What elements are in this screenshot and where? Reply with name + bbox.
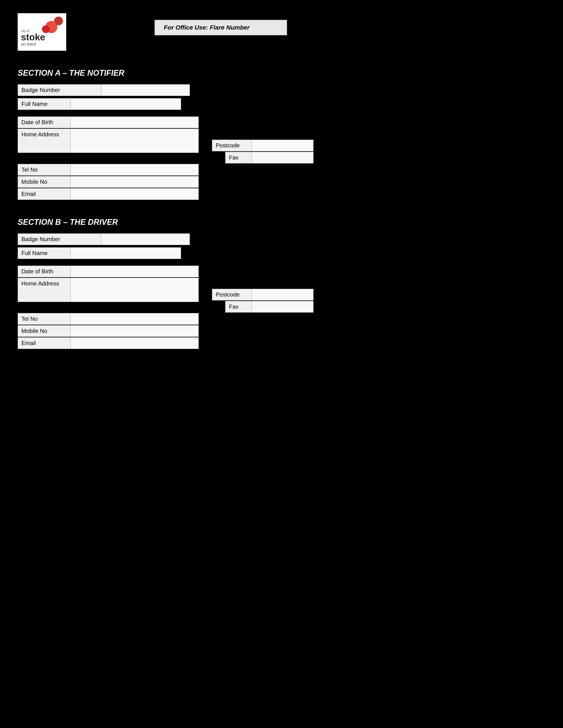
postcode-label-b: Postcode bbox=[212, 289, 252, 300]
badge-number-label-b: Badge Number bbox=[18, 233, 102, 245]
fax-label-a: Fax bbox=[225, 152, 252, 163]
postcode-label-a: Postcode bbox=[212, 140, 252, 151]
mobile-row-a: Mobile No bbox=[18, 176, 545, 188]
tel-label-a: Tel No bbox=[18, 164, 71, 176]
postcode-row-a: Postcode bbox=[212, 140, 314, 151]
tel-label-b: Tel No bbox=[18, 313, 71, 325]
email-row-a: Email bbox=[18, 188, 545, 200]
page: city of stoke on trent For Office Use: F… bbox=[0, 0, 563, 728]
postcode-fax-a: Postcode Fax bbox=[212, 140, 314, 163]
fax-label-b: Fax bbox=[225, 301, 252, 313]
email-label-b: Email bbox=[18, 337, 71, 349]
full-name-label-a: Full Name bbox=[18, 98, 71, 110]
mobile-label-b: Mobile No bbox=[18, 325, 71, 337]
badge-number-input-a[interactable] bbox=[102, 84, 190, 96]
postcode-fax-b: Postcode Fax bbox=[212, 289, 314, 313]
dob-input-a[interactable] bbox=[71, 116, 199, 128]
section-b-title: SECTION B – THE DRIVER bbox=[18, 218, 545, 227]
logo-box: city of stoke on trent bbox=[18, 13, 66, 51]
home-address-label-a: Home Address bbox=[18, 129, 71, 153]
postcode-input-b[interactable] bbox=[252, 289, 314, 300]
fax-row-b: Fax bbox=[212, 301, 314, 313]
full-name-row-b: Full Name bbox=[18, 247, 545, 259]
postcode-row-b: Postcode bbox=[212, 289, 314, 300]
address-section-b: Home Address Postcode Fax bbox=[18, 278, 545, 313]
section-a-title: SECTION A – THE NOTIFIER bbox=[18, 68, 545, 78]
header: city of stoke on trent For Office Use: F… bbox=[18, 13, 545, 51]
dob-label-a: Date of Birth bbox=[18, 116, 71, 128]
email-input-b[interactable] bbox=[71, 337, 199, 349]
dob-label-b: Date of Birth bbox=[18, 266, 71, 277]
badge-number-input-b[interactable] bbox=[102, 233, 190, 245]
full-name-input-a[interactable] bbox=[71, 98, 181, 110]
tel-input-b[interactable] bbox=[71, 313, 199, 325]
tel-row-a: Tel No bbox=[18, 164, 545, 176]
dob-row-b: Date of Birth bbox=[18, 266, 545, 277]
mobile-input-a[interactable] bbox=[71, 176, 199, 188]
address-fields-a: Home Address bbox=[18, 129, 199, 153]
fax-row-a: Fax bbox=[212, 152, 314, 163]
home-address-label-b: Home Address bbox=[18, 278, 71, 302]
tel-row-b: Tel No bbox=[18, 313, 545, 325]
section-a: SECTION A – THE NOTIFIER Badge Number Fu… bbox=[18, 68, 545, 200]
email-label-a: Email bbox=[18, 188, 71, 200]
office-use-box: For Office Use: Flare Number bbox=[154, 20, 287, 35]
address-section-a: Home Address Postcode Fax bbox=[18, 129, 545, 163]
badge-number-row-a: Badge Number bbox=[18, 84, 545, 96]
badge-number-row-b: Badge Number bbox=[18, 233, 545, 245]
section-b: SECTION B – THE DRIVER Badge Number Full… bbox=[18, 218, 545, 349]
full-name-row-a: Full Name bbox=[18, 98, 545, 110]
home-address-input-b[interactable] bbox=[71, 278, 199, 302]
badge-number-label-a: Badge Number bbox=[18, 84, 102, 96]
office-use-label: For Office Use: Flare Number bbox=[164, 24, 249, 31]
logo-stoke: stoke bbox=[21, 33, 45, 42]
postcode-input-a[interactable] bbox=[252, 140, 314, 151]
mobile-row-b: Mobile No bbox=[18, 325, 545, 337]
dob-row-a: Date of Birth bbox=[18, 116, 545, 128]
logo-on-trent: on trent bbox=[21, 42, 45, 46]
home-address-input-a[interactable] bbox=[71, 129, 199, 153]
full-name-label-b: Full Name bbox=[18, 247, 71, 259]
mobile-label-a: Mobile No bbox=[18, 176, 71, 188]
email-input-a[interactable] bbox=[71, 188, 199, 200]
full-name-input-b[interactable] bbox=[71, 247, 181, 259]
email-row-b: Email bbox=[18, 337, 545, 349]
mobile-input-b[interactable] bbox=[71, 325, 199, 337]
fax-input-a[interactable] bbox=[252, 152, 314, 163]
tel-input-a[interactable] bbox=[71, 164, 199, 176]
dob-input-b[interactable] bbox=[71, 266, 199, 277]
address-fields-b: Home Address bbox=[18, 278, 199, 302]
fax-input-b[interactable] bbox=[252, 301, 314, 313]
